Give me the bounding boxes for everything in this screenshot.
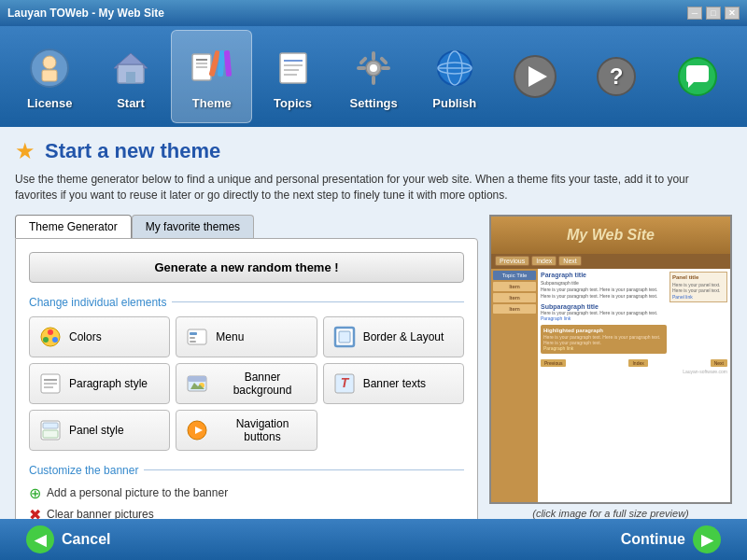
svg-rect-21 — [372, 76, 375, 85]
svg-rect-22 — [357, 66, 366, 70]
banner-background-button[interactable]: Banner background — [176, 363, 317, 404]
add-icon: ⊕ — [29, 484, 41, 502]
app-title: Lauyan TOWeb - My Web Site — [7, 7, 164, 20]
preview-sidebar-item: Item — [493, 293, 536, 302]
toolbar-item-topics[interactable]: Topics — [252, 30, 333, 123]
svg-rect-56 — [43, 423, 58, 428]
paragraph-style-button[interactable]: Paragraph style — [29, 363, 170, 404]
banner-texts-button[interactable]: T Banner texts — [323, 363, 464, 404]
svg-rect-5 — [126, 72, 135, 83]
menu-button[interactable]: Menu — [176, 316, 317, 357]
clear-pictures-link[interactable]: ✖ Clear banner pictures — [29, 506, 464, 519]
add-picture-link[interactable]: ⊕ Add a personal picture to the banner — [29, 484, 464, 502]
chat-icon — [673, 52, 722, 101]
svg-rect-2 — [42, 70, 57, 81]
preview-nav: Previous Index Next — [491, 254, 730, 269]
play-icon — [511, 52, 559, 101]
paragraph-style-icon — [37, 371, 63, 397]
preview-section: Paragraph title Subparagraph titleHere i… — [541, 272, 667, 300]
start-label: Start — [117, 96, 145, 110]
elements-grid: Colors Menu — [29, 316, 464, 451]
license-label: License — [27, 96, 72, 110]
continue-arrow-icon: ▶ — [693, 525, 721, 553]
toolbar-item-chat[interactable] — [656, 30, 738, 123]
preview-sidebar: Topic Title Item Item Item — [491, 269, 538, 502]
close-button[interactable]: ✕ — [725, 7, 740, 20]
start-icon — [106, 44, 155, 92]
toolbar-item-play[interactable] — [495, 30, 576, 123]
left-panel: Theme Generator My favorite themes Gener… — [15, 215, 478, 519]
navigation-buttons-button[interactable]: Navigation buttons — [176, 410, 317, 451]
toolbar-item-publish[interactable]: Publish — [414, 30, 495, 123]
svg-rect-50 — [188, 376, 206, 382]
preview-panel: Panel title Here is your panel text. Her… — [669, 272, 727, 302]
right-panel: My Web Site Previous Index Next Topic Ti… — [489, 215, 732, 519]
preview-nav-index: Index — [531, 256, 557, 266]
publish-icon — [430, 44, 479, 92]
banner-texts-icon: T — [331, 371, 358, 397]
svg-rect-13 — [280, 53, 306, 83]
main-content: ★ Start a new theme Use the theme genera… — [0, 127, 747, 519]
svg-rect-25 — [379, 56, 388, 65]
preview-sidebar-item: Item — [493, 304, 536, 314]
content-layout: Theme Generator My favorite themes Gener… — [15, 215, 732, 519]
toolbar-item-help[interactable]: ? — [576, 30, 657, 123]
tab-favorites[interactable]: My favorite themes — [132, 215, 254, 238]
continue-button[interactable]: Continue ▶ — [610, 520, 732, 559]
svg-rect-41 — [190, 337, 195, 339]
colors-icon — [37, 324, 63, 350]
svg-rect-57 — [43, 430, 58, 438]
theme-label: Theme — [192, 96, 232, 110]
colors-button[interactable]: Colors — [29, 316, 170, 357]
panel-style-icon — [37, 417, 63, 443]
cancel-button[interactable]: ◀ Cancel — [15, 520, 121, 559]
preview-body: Topic Title Item Item Item Paragraph tit… — [491, 269, 730, 502]
tabs: Theme Generator My favorite themes — [15, 215, 478, 238]
toolbar-item-license[interactable]: License — [9, 30, 91, 123]
preview-sidebar-item: Item — [493, 282, 536, 291]
preview-caption: (click image for a full size preview) — [489, 508, 732, 519]
minimize-button[interactable]: ─ — [687, 7, 702, 20]
svg-rect-20 — [372, 51, 375, 61]
bottom-bar: ◀ Cancel Continue ▶ — [0, 519, 747, 560]
preview-image[interactable]: My Web Site Previous Index Next Topic Ti… — [489, 215, 732, 504]
license-icon — [25, 44, 74, 92]
theme-icon — [188, 44, 236, 92]
svg-rect-42 — [190, 341, 196, 343]
toolbar-item-settings[interactable]: Settings — [333, 30, 415, 123]
svg-rect-40 — [190, 332, 197, 335]
cancel-arrow-icon: ◀ — [26, 525, 54, 553]
svg-rect-24 — [359, 56, 368, 65]
svg-text:T: T — [340, 375, 349, 390]
preview-content: Paragraph title Subparagraph titleHere i… — [538, 269, 730, 502]
page-title: Start a new theme — [45, 139, 220, 163]
preview-inner: My Web Site Previous Index Next Topic Ti… — [491, 217, 730, 502]
border-layout-button[interactable]: Border & Layout — [323, 316, 464, 357]
preview-paragraph-title: Paragraph title — [541, 272, 667, 278]
clear-icon: ✖ — [29, 506, 41, 519]
preview-site-title: My Web Site — [567, 227, 655, 244]
toolbar-item-theme[interactable]: Theme — [171, 30, 252, 123]
svg-rect-12 — [224, 49, 232, 76]
border-layout-icon — [331, 324, 358, 350]
star-decoration-icon: ★ — [15, 138, 35, 164]
navigation-buttons-icon — [184, 417, 210, 443]
preview-header: My Web Site — [491, 217, 730, 254]
page-title-area: ★ Start a new theme — [15, 138, 732, 164]
toolbar: License Start Theme — [0, 26, 747, 127]
preview-nav-next: Next — [558, 256, 581, 266]
panel-style-button[interactable]: Panel style — [29, 410, 170, 451]
toolbar-item-start[interactable]: Start — [91, 30, 172, 123]
change-elements-header: Change individual elements — [29, 296, 464, 309]
generate-theme-button[interactable]: Generate a new random theme ! — [29, 252, 464, 283]
maximize-button[interactable]: □ — [706, 7, 721, 20]
svg-rect-44 — [339, 331, 350, 343]
banner-section: ⊕ Add a personal picture to the banner ✖… — [29, 484, 464, 519]
preview-section2: Subparagraph title Here is your paragrap… — [541, 303, 667, 322]
preview-nav-prev: Previous — [495, 256, 529, 266]
tab-generator[interactable]: Theme Generator — [15, 215, 132, 238]
topics-label: Topics — [274, 96, 312, 110]
customize-banner-header: Customize the banner — [29, 464, 464, 477]
settings-icon — [349, 44, 398, 92]
banner-background-icon — [184, 371, 210, 397]
